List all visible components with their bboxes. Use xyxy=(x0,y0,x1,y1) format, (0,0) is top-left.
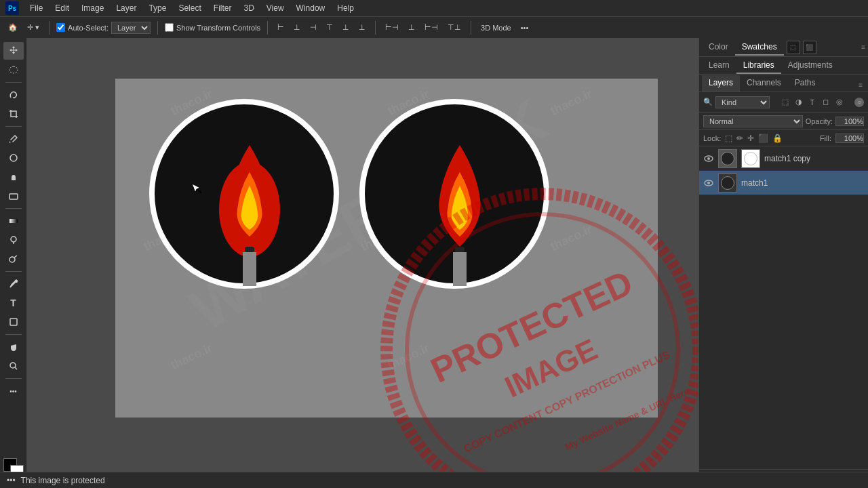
status-dots[interactable]: ••• xyxy=(7,476,16,485)
more-options-button[interactable]: ••• xyxy=(518,22,532,33)
pen-tool[interactable] xyxy=(3,275,24,293)
menu-image[interactable]: Image xyxy=(76,2,109,14)
menu-help[interactable]: Help xyxy=(332,2,359,14)
tab-libraries[interactable]: Libraries xyxy=(736,58,781,74)
toolbar-separator-5 xyxy=(471,21,471,35)
layer-mask-match1copy xyxy=(741,149,760,168)
menu-file[interactable]: File xyxy=(24,2,48,14)
candle-left xyxy=(149,99,339,289)
svg-rect-0 xyxy=(9,66,18,73)
menu-filter[interactable]: Filter xyxy=(208,2,237,14)
layer-visibility-match1[interactable] xyxy=(703,178,714,188)
align-right-button[interactable]: ⊣ xyxy=(307,22,319,33)
menu-view[interactable]: View xyxy=(261,2,290,14)
filter-type-icons: ⬚ ◑ T ◻ ◎ xyxy=(779,96,846,108)
hand-tool[interactable] xyxy=(3,338,24,356)
auto-select-checkbox[interactable] xyxy=(56,23,65,32)
show-transform-checkbox[interactable] xyxy=(165,23,174,32)
distribute-4[interactable]: ⊤⊥ xyxy=(445,22,464,33)
svg-rect-11 xyxy=(245,247,254,252)
dodge-tool[interactable] xyxy=(3,250,24,268)
lock-transparent-icon[interactable]: ⬚ xyxy=(725,134,732,143)
filter-adjustment-icon[interactable]: ◑ xyxy=(793,96,805,108)
tab-channels[interactable]: Channels xyxy=(740,75,788,92)
align-left-button[interactable]: ⊢ xyxy=(275,22,287,33)
distribute-1[interactable]: ⊢⊣ xyxy=(382,22,401,33)
lasso-tool[interactable] xyxy=(3,86,24,104)
align-top-button[interactable]: ⊤ xyxy=(323,22,336,33)
fill-input[interactable] xyxy=(835,134,864,143)
lock-pixels-icon[interactable]: ✏ xyxy=(736,134,743,143)
svg-rect-3 xyxy=(9,194,18,199)
crop-tool[interactable] xyxy=(3,105,24,123)
filter-kind-select[interactable]: Kind xyxy=(715,96,770,108)
brush-tool[interactable] xyxy=(3,130,24,148)
menu-type[interactable]: Type xyxy=(143,2,172,14)
home-button[interactable]: 🏠 xyxy=(5,22,20,33)
shape-tool[interactable] xyxy=(3,313,24,331)
filter-smart-icon[interactable]: ◎ xyxy=(833,96,846,108)
lock-position-icon[interactable]: ✛ xyxy=(747,134,754,143)
opacity-label: Opacity: xyxy=(806,117,833,125)
filter-pixel-icon[interactable]: ⬚ xyxy=(779,96,791,108)
align-center-button[interactable]: ⊥ xyxy=(291,22,303,33)
svg-text:COPY CONTENT COPY PROTECTION P: COPY CONTENT COPY PROTECTION PLUS xyxy=(462,348,671,454)
left-tools-panel: T ••• xyxy=(0,38,27,488)
status-message: This image is protected xyxy=(21,476,105,485)
panel-icon-2[interactable]: ⬛ xyxy=(803,41,816,54)
align-bottom-button[interactable]: ⊥ xyxy=(356,22,368,33)
menu-edit[interactable]: Edit xyxy=(50,2,75,14)
layers-filter-bar: 🔍 Kind ⬚ ◑ T ◻ ◎ ○ xyxy=(699,92,868,113)
3d-mode-button[interactable]: 3D Mode xyxy=(478,22,514,33)
text-tool[interactable]: T xyxy=(3,294,24,312)
layer-item-match1copy[interactable]: match1 copy xyxy=(699,146,868,171)
tab-adjustments[interactable]: Adjustments xyxy=(781,58,840,74)
svg-point-6 xyxy=(9,257,15,262)
layer-visibility-match1copy[interactable] xyxy=(703,153,714,164)
healing-tool[interactable] xyxy=(3,149,24,167)
opacity-input[interactable] xyxy=(835,117,864,126)
blur-tool[interactable] xyxy=(3,231,24,249)
move-tool[interactable] xyxy=(3,42,24,60)
align-vcenter-button[interactable]: ⊥ xyxy=(340,22,352,33)
tab-paths[interactable]: Paths xyxy=(788,75,823,92)
filter-toggle[interactable]: ○ xyxy=(854,98,864,107)
toolbar-separator-4 xyxy=(375,21,376,35)
show-transform-label: Show Transform Controls xyxy=(176,24,260,32)
gradient-tool[interactable] xyxy=(3,212,24,230)
move-tool-button[interactable]: ✛ ▾ xyxy=(24,22,42,33)
lock-all-icon[interactable]: 🔒 xyxy=(772,134,783,143)
menu-window[interactable]: Window xyxy=(291,2,331,14)
filter-shape-icon[interactable]: ◻ xyxy=(820,96,832,108)
menu-3d[interactable]: 3D xyxy=(238,2,259,14)
blend-mode-select[interactable]: Normal xyxy=(703,115,803,127)
right-panel-second-tabs: Learn Libraries Adjustments xyxy=(699,57,868,75)
layer-item-match1[interactable]: match1 xyxy=(699,171,868,195)
auto-select-type[interactable]: Layer xyxy=(111,22,151,34)
filter-icon: 🔍 xyxy=(703,98,713,106)
menu-layer[interactable]: Layer xyxy=(111,2,142,14)
lock-artboard-icon[interactable]: ⬛ xyxy=(758,134,768,143)
panel-collapse-btn[interactable]: ≡ xyxy=(861,43,865,51)
menu-select[interactable]: Select xyxy=(173,2,206,14)
tab-swatches[interactable]: Swatches xyxy=(735,39,784,56)
toolbar: 🏠 ✛ ▾ Auto-Select: Layer Show Transform … xyxy=(0,16,868,38)
show-transform-container: Show Transform Controls xyxy=(165,23,260,32)
eraser-tool[interactable] xyxy=(3,187,24,205)
tab-color[interactable]: Color xyxy=(702,39,735,56)
more-tools-button[interactable]: ••• xyxy=(3,382,24,400)
lock-bar: Lock: ⬚ ✏ ✛ ⬛ 🔒 Fill: xyxy=(699,130,868,146)
zoom-tool[interactable] xyxy=(3,357,24,375)
layers-panel-menu[interactable]: ≡ xyxy=(856,79,865,92)
tab-layers[interactable]: Layers xyxy=(702,75,740,92)
stamp-tool[interactable] xyxy=(3,168,24,186)
marquee-tool[interactable] xyxy=(3,61,24,79)
tab-learn[interactable]: Learn xyxy=(702,58,736,74)
distribute-3[interactable]: ⊢⊣ xyxy=(422,22,441,33)
layers-tabs: Layers Channels Paths ≡ xyxy=(699,75,868,92)
distribute-2[interactable]: ⊥ xyxy=(406,22,418,33)
panel-mini-icons: ⬚ ⬛ xyxy=(787,41,816,54)
panel-icon-1[interactable]: ⬚ xyxy=(787,41,800,54)
menu-bar: Ps File Edit Image Layer Type Select Fil… xyxy=(0,0,868,16)
filter-type-icon[interactable]: T xyxy=(806,96,818,108)
